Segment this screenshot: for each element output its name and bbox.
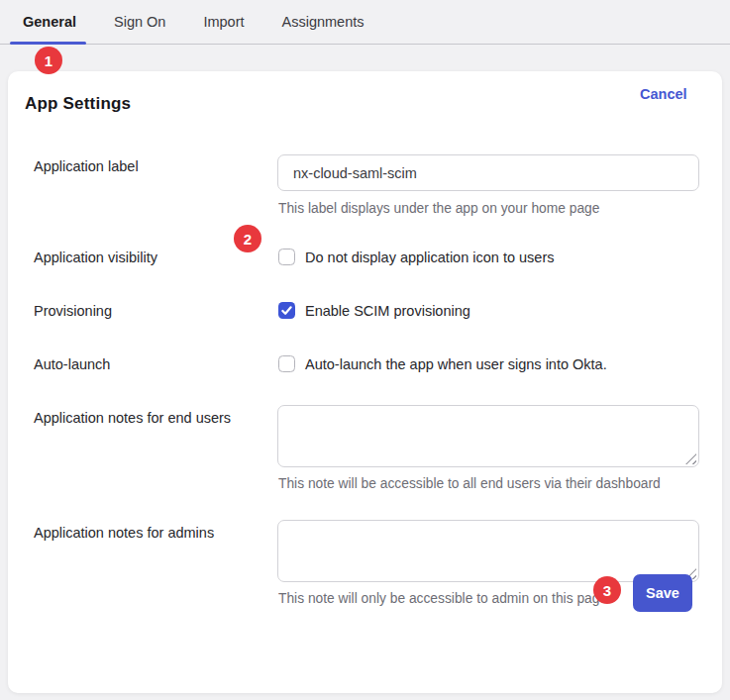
cancel-link[interactable]: Cancel: [640, 86, 687, 102]
tab-sign-on[interactable]: Sign On: [114, 14, 165, 30]
tab-list: General Sign On Import Assignments: [0, 0, 730, 44]
enable-scim-provisioning-checkbox[interactable]: [278, 302, 295, 319]
tab-general[interactable]: General: [23, 14, 76, 30]
tab-assignments[interactable]: Assignments: [282, 14, 365, 30]
step-badge-2: 2: [234, 225, 261, 252]
step-badge-1: 1: [35, 47, 62, 74]
notes-admins-label: Application notes for admins: [34, 525, 214, 541]
notes-end-users-textarea[interactable]: [277, 405, 699, 467]
tab-bar: General Sign On Import Assignments: [0, 0, 730, 45]
provisioning-label: Provisioning: [34, 303, 112, 319]
application-label-helper: This label displays under the app on you…: [278, 201, 599, 216]
page-title: App Settings: [25, 94, 131, 114]
application-label-input[interactable]: [277, 154, 699, 191]
enable-scim-provisioning-label: Enable SCIM provisioning: [305, 303, 470, 319]
do-not-display-icon-checkbox[interactable]: [278, 249, 295, 265]
do-not-display-icon-label: Do not display application icon to users: [305, 250, 554, 265]
application-visibility-label: Application visibility: [34, 250, 157, 265]
auto-launch-checkbox[interactable]: [278, 355, 295, 372]
auto-launch-checkbox-label: Auto-launch the app when user signs into…: [305, 356, 607, 372]
notes-end-users-helper: This note will be accessible to all end …: [278, 476, 661, 491]
step-badge-3: 3: [593, 576, 621, 604]
checkmark-icon: [281, 305, 292, 316]
application-label-label: Application label: [34, 158, 139, 174]
auto-launch-label: Auto-launch: [34, 356, 110, 372]
notes-end-users-label: Application notes for end users: [34, 410, 231, 426]
active-tab-underline: [10, 42, 86, 45]
tab-import[interactable]: Import: [203, 14, 244, 30]
save-button[interactable]: Save: [633, 574, 692, 612]
notes-admins-textarea[interactable]: [277, 520, 699, 582]
notes-admins-helper: This note will only be accessible to adm…: [278, 591, 607, 606]
